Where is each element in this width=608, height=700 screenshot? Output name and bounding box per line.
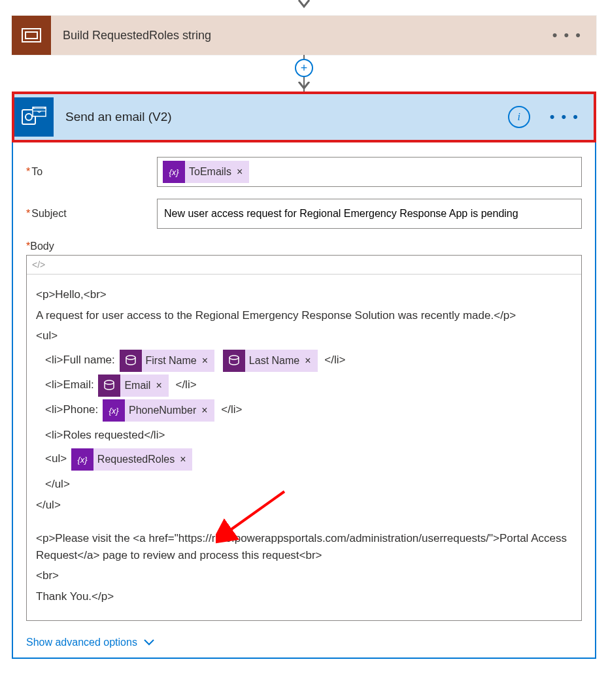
outlook-icon — [14, 97, 54, 137]
flow-arrow-bottom — [296, 82, 312, 93]
svg-point-11 — [105, 380, 114, 384]
pill-toemails[interactable]: {x} ToEmails × — [163, 161, 249, 183]
subject-label: *Subject — [26, 208, 157, 220]
svg-text:{x}: {x} — [109, 406, 119, 416]
action-menu-button[interactable]: • • • — [535, 108, 594, 125]
body-editor[interactable]: <p>Hello,<br> A request for user access … — [27, 275, 581, 620]
svg-point-10 — [229, 356, 239, 359]
pill-remove[interactable]: × — [156, 374, 168, 397]
variable-icon — [12, 16, 51, 55]
body-text: <li>Email: — [45, 378, 94, 391]
pill-remove[interactable]: × — [180, 448, 192, 471]
body-text: </li> — [221, 403, 242, 416]
pill-phone[interactable]: {x} PhoneNumber × — [103, 399, 214, 422]
to-label: *To — [26, 166, 157, 178]
info-icon[interactable]: i — [508, 106, 530, 128]
add-step-button[interactable]: + — [295, 59, 313, 77]
action-build-requestedroles[interactable]: Build RequestedRoles string • • • — [12, 16, 596, 55]
svg-rect-1 — [25, 32, 37, 39]
blank-line — [36, 517, 572, 526]
body-text: </li> — [175, 378, 196, 391]
body-text: <li>Full name: — [45, 354, 115, 366]
pill-remove[interactable]: × — [201, 399, 214, 422]
pill-remove[interactable]: × — [305, 349, 317, 373]
body-text: <ul> — [45, 452, 67, 465]
body-text: </ul> — [36, 476, 572, 493]
svg-text:{x}: {x} — [169, 167, 179, 177]
body-text: <li>Roles requested</li> — [36, 427, 572, 444]
pill-remove[interactable]: × — [202, 349, 214, 373]
action-menu-button[interactable]: • • • — [538, 27, 596, 44]
action-title: Send an email (V2) — [54, 110, 508, 124]
svg-rect-7 — [33, 108, 46, 111]
to-input[interactable]: {x} ToEmails × — [157, 157, 582, 187]
database-icon — [98, 375, 120, 397]
flow-arrow-top — [0, 0, 608, 16]
subject-input[interactable] — [157, 199, 582, 229]
body-toolbar: </> — [27, 256, 581, 275]
body-text: <ul> — [36, 327, 572, 344]
pill-remove[interactable]: × — [237, 166, 249, 178]
svg-point-9 — [126, 356, 135, 359]
subject-field[interactable] — [161, 204, 577, 224]
body-text: </li> — [324, 354, 345, 366]
pill-requestedroles[interactable]: {x} RequestedRoles × — [71, 448, 193, 471]
action-title: Build RequestedRoles string — [51, 29, 538, 42]
code-view-toggle[interactable]: </> — [32, 259, 45, 270]
expression-icon: {x} — [163, 161, 185, 183]
expression-icon: {x} — [103, 399, 125, 422]
body-text: <li>Phone: — [45, 403, 98, 416]
action-send-email-panel: *To {x} ToEmails × *Subject *Body — [12, 142, 596, 659]
pill-lastname[interactable]: Last Name × — [223, 350, 318, 372]
body-text: Thank You.</p> — [36, 588, 572, 605]
body-text: </ul> — [36, 497, 572, 514]
chevron-down-icon — [144, 637, 154, 648]
svg-text:{x}: {x} — [77, 455, 88, 465]
body-text: <br> — [36, 567, 572, 584]
show-advanced-options[interactable]: Show advanced options — [26, 637, 582, 648]
body-label: *Body — [26, 241, 582, 252]
body-text: <p>Hello,<br> — [36, 286, 572, 303]
body-text: A request for user access to the Regiona… — [36, 307, 572, 324]
pill-firstname[interactable]: First Name × — [120, 350, 215, 372]
database-icon — [120, 350, 142, 372]
pill-email[interactable]: Email × — [98, 375, 168, 397]
expression-icon: {x} — [71, 448, 93, 471]
action-send-email-header[interactable]: Send an email (V2) i • • • — [14, 94, 594, 140]
database-icon — [223, 350, 245, 372]
body-text: <p>Please visit the <a href="https://rer… — [36, 530, 572, 563]
